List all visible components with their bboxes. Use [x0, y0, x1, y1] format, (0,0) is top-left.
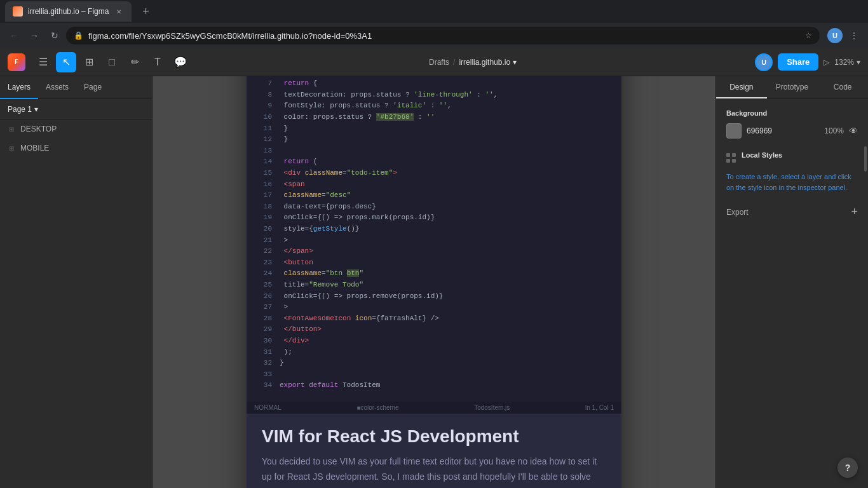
layer-icon-mobile: ⊞ — [8, 145, 15, 152]
panel-scrollbar[interactable] — [864, 146, 867, 172]
right-panel: Design Prototype Code Background 696969 … — [715, 76, 868, 488]
code-filename: TodosItem.js — [474, 404, 510, 411]
color-row: 696969 100% 👁 — [726, 123, 858, 139]
help-btn[interactable]: ? — [837, 458, 858, 478]
styles-dot-4 — [732, 159, 736, 163]
breadcrumb-drafts[interactable]: Drafts — [429, 58, 449, 67]
page-dropdown[interactable]: Page 1 ▾ — [0, 99, 152, 119]
present-btn[interactable]: ▷ — [824, 58, 829, 67]
tab-code[interactable]: Code — [817, 76, 868, 98]
styles-dot-3 — [726, 159, 730, 163]
code-position: ln 1, Col 1 — [585, 404, 614, 411]
browser-bar: irrellia.github.io – Figma ✕ + — [0, 0, 868, 23]
figma-app: F ☰ ↖ ⊞ □ ✏ T 💬 Drafts / irrellia.github… — [0, 48, 868, 488]
export-section: Export + — [726, 205, 858, 219]
comment-tool-btn[interactable]: 💬 — [170, 52, 191, 72]
menu-btn[interactable]: ☰ — [33, 52, 53, 72]
right-panel-content: Background 696969 100% 👁 — [716, 99, 868, 488]
avatar-initials: U — [761, 58, 766, 66]
tab-page[interactable]: Page — [76, 76, 109, 99]
lock-icon: 🔒 — [74, 31, 83, 40]
browser-actions: U ⋮ — [827, 27, 863, 44]
select-tool-btn[interactable]: ↖ — [56, 52, 76, 72]
address-field[interactable]: 🔒 figma.com/file/Ysxwp6SZk5wyGScmcB0kMt/… — [66, 27, 820, 44]
tab-design[interactable]: Design — [716, 76, 767, 98]
styles-icon — [726, 153, 736, 163]
zoom-btn[interactable]: 132% ▾ — [834, 58, 860, 67]
forward-btn[interactable]: → — [25, 27, 43, 44]
page-chevron-icon: ▾ — [34, 105, 38, 114]
article-body-text: You decided to use VIM as your full time… — [262, 456, 597, 488]
layer-icon-desktop: ⊞ — [8, 126, 15, 133]
address-bar-row: ← → ↻ 🔒 figma.com/file/Ysxwp6SZk5wyGScmc… — [0, 23, 868, 48]
back-btn[interactable]: ← — [5, 27, 23, 44]
code-mode: NORMAL — [254, 404, 281, 411]
tab-favicon — [13, 6, 23, 17]
add-export-btn[interactable]: + — [851, 205, 858, 219]
layer-item-desktop[interactable]: ⊞ DESKTOP — [0, 119, 152, 139]
canvas-content: Posted by Irrellia on Thursday, 23 Febru… — [153, 76, 715, 488]
zoom-chevron-icon: ▾ — [857, 58, 860, 67]
browser-tab[interactable]: irrellia.github.io – Figma ✕ — [5, 1, 132, 22]
shape-tool-btn[interactable]: □ — [102, 52, 122, 72]
code-block-inner: 1import React from 'react'; 2import { Fo… — [257, 76, 611, 391]
tab-title: irrellia.github.io – Figma — [28, 7, 109, 16]
text-tool-btn[interactable]: T — [147, 52, 168, 72]
eye-icon[interactable]: 👁 — [849, 126, 858, 136]
page-label: Page 1 — [8, 105, 32, 114]
toolbar-center: Drafts / irrellia.github.io ▾ — [193, 58, 752, 67]
local-styles-header: Local Styles — [726, 151, 858, 165]
webpage-preview: Posted by Irrellia on Thursday, 23 Febru… — [247, 76, 621, 488]
zoom-level: 132% — [834, 58, 854, 67]
article-title: VIM for React JS Development — [262, 426, 606, 447]
toolbar-avatar: U — [755, 53, 773, 71]
figma-toolbar: F ☰ ↖ ⊞ □ ✏ T 💬 Drafts / irrellia.github… — [0, 48, 868, 76]
breadcrumb-current-text: irrellia.github.io — [459, 58, 510, 67]
color-opacity[interactable]: 100% — [824, 126, 844, 135]
code-colorscheme: ■color-scheme — [356, 404, 398, 411]
pen-tool-btn[interactable]: ✏ — [125, 52, 145, 72]
tab-close-btn[interactable]: ✕ — [114, 6, 124, 17]
styles-dot-2 — [732, 153, 736, 157]
local-styles-section: Local Styles To create a style, select a… — [726, 151, 858, 193]
post-article: VIM for React JS Development You decided… — [247, 414, 621, 488]
breadcrumb-current[interactable]: irrellia.github.io ▾ — [459, 58, 517, 67]
refresh-btn[interactable]: ↻ — [46, 27, 64, 44]
breadcrumb-sep: / — [453, 58, 455, 67]
left-panel: Layers Assets Page Page 1 ▾ ⊞ DESKTOP ⊞ … — [0, 76, 153, 488]
color-swatch[interactable] — [726, 123, 742, 139]
figma-main: Layers Assets Page Page 1 ▾ ⊞ DESKTOP ⊞ … — [0, 76, 868, 488]
panel-tabs: Layers Assets Page — [0, 76, 152, 99]
local-styles-hint: To create a style, select a layer and cl… — [726, 172, 858, 193]
code-block: 1import React from 'react'; 2import { Fo… — [247, 76, 621, 402]
new-tab-btn[interactable]: + — [137, 3, 154, 20]
export-label: Export — [726, 208, 749, 217]
frame-tool-btn[interactable]: ⊞ — [79, 52, 99, 72]
local-styles-label: Local Styles — [742, 151, 782, 159]
tab-assets[interactable]: Assets — [38, 76, 76, 99]
article-body: You decided to use VIM as your full time… — [262, 454, 606, 488]
url-text: figma.com/file/Ysxwp6SZk5wyGScmcB0kMt/ir… — [88, 31, 372, 41]
styles-dot-1 — [726, 153, 730, 157]
canvas-area[interactable]: Posted by Irrellia on Thursday, 23 Febru… — [153, 76, 715, 488]
star-btn[interactable]: ☆ — [805, 31, 812, 40]
layer-name-desktop: DESKTOP — [20, 125, 57, 133]
breadcrumb-chevron-icon: ▾ — [513, 58, 517, 67]
figma-logo[interactable]: F — [8, 53, 25, 71]
layer-name-mobile: MOBILE — [20, 144, 49, 152]
toolbar-right: U Share ▷ 132% ▾ — [755, 53, 860, 71]
right-panel-tabs: Design Prototype Code — [716, 76, 868, 99]
layer-item-mobile[interactable]: ⊞ MOBILE — [0, 139, 152, 158]
profile-avatar[interactable]: U — [827, 28, 843, 43]
tab-prototype[interactable]: Prototype — [767, 76, 818, 98]
browser-menu-btn[interactable]: ⋮ — [845, 27, 863, 44]
code-footer: NORMAL ■color-scheme TodosItem.js ln 1, … — [247, 402, 621, 414]
tab-layers[interactable]: Layers — [0, 76, 38, 99]
share-btn[interactable]: Share — [778, 53, 818, 71]
background-section-label: Background — [726, 109, 858, 117]
color-hex[interactable]: 696969 — [747, 126, 819, 135]
